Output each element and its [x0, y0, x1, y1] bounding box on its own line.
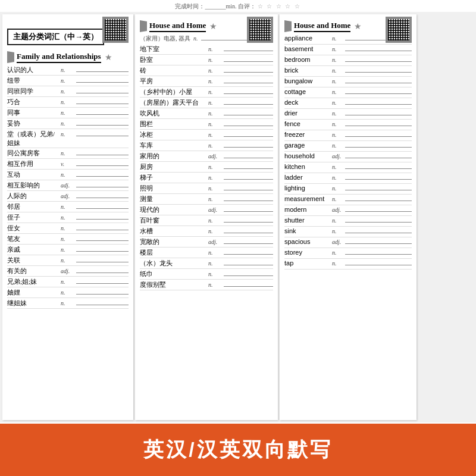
- vocab-answer-line: [224, 126, 273, 126]
- vocab-answer-line: [76, 251, 129, 252]
- vocab-pos: n.: [208, 67, 221, 74]
- list-item: （水）龙头 n.: [140, 259, 273, 269]
- vocab-pos: n.: [208, 271, 221, 277]
- vocab-pos: n.: [61, 171, 74, 178]
- vocab-answer-line: [224, 168, 273, 169]
- list-item: household adj.: [284, 152, 412, 162]
- mid-vocab-list: 地下室 n. 卧室 n. 砖 n. 平房 n. （乡村中的）小屋 n. （房屋的…: [140, 45, 273, 290]
- bottom-banner: 英汉/汉英双向默写: [0, 424, 476, 476]
- list-item: 妥协 n.: [7, 119, 129, 129]
- list-item: 巧合 n.: [7, 98, 129, 108]
- vocab-english: basement: [284, 45, 332, 52]
- vocab-chinese: （房屋的）露天平台: [140, 98, 208, 107]
- list-item: basement n.: [284, 45, 412, 55]
- list-item: 厨房 n.: [140, 162, 273, 173]
- left-section-star: ★: [105, 52, 112, 62]
- vocab-english: spacious: [284, 238, 332, 245]
- vocab-pos: n.: [332, 99, 343, 106]
- vocab-answer-line: [76, 294, 129, 295]
- list-item: 同班同学 n.: [7, 87, 129, 97]
- list-item: 认识的人 n.: [7, 65, 129, 76]
- list-item: cottage n.: [284, 88, 412, 98]
- list-item: 相互作用 v.: [7, 159, 129, 170]
- vocab-pos: n.: [61, 257, 74, 264]
- vocab-pos: n.: [208, 46, 221, 52]
- vocab-answer-line: [345, 72, 412, 73]
- vocab-pos: n.: [332, 142, 343, 149]
- list-item: 车库 n.: [140, 141, 273, 151]
- vocab-english: measurement: [284, 195, 332, 202]
- vocab-answer-line: [224, 179, 273, 180]
- vocab-answer-line: [224, 83, 273, 83]
- list-item: 侄女 n.: [7, 224, 129, 234]
- vocab-answer-line: [76, 71, 129, 72]
- vocab-answer-line: [76, 219, 129, 220]
- vocab-answer-line: [76, 240, 129, 241]
- vocab-english: brick: [284, 67, 332, 74]
- list-item: 地下室 n.: [140, 45, 273, 55]
- vocab-pos: adj.: [208, 239, 221, 245]
- vocab-pos: v.: [61, 161, 74, 167]
- vocab-english: freezer: [284, 131, 332, 138]
- vocab-answer-line: [345, 243, 412, 244]
- vocab-english: fence: [284, 120, 332, 127]
- vocab-answer-line: [224, 243, 273, 244]
- vocab-pos: n.: [332, 121, 343, 127]
- list-item: 围栏 n.: [140, 120, 273, 130]
- vocab-answer-line: [345, 179, 412, 180]
- vocab-answer-line: [224, 136, 273, 137]
- vocab-pos: adj.: [332, 153, 343, 159]
- list-item: freezer n.: [284, 131, 412, 141]
- vocab-answer-line: [76, 114, 129, 115]
- right-section-title: House and Home: [294, 21, 350, 32]
- right-qr-code: [386, 17, 412, 43]
- vocab-chinese: 家用的: [140, 152, 208, 161]
- vocab-pos: n.: [208, 142, 221, 149]
- list-item: 卧室 n.: [140, 55, 273, 65]
- vocab-answer-line: [345, 168, 412, 169]
- vocab-answer-line: [76, 187, 129, 187]
- vocab-answer-line: [345, 147, 412, 148]
- list-item: 亲戚 n.: [7, 245, 129, 255]
- vocab-chinese: 关联: [7, 256, 61, 265]
- list-item: deck n.: [284, 99, 412, 109]
- vocab-answer-line: [76, 104, 129, 104]
- vocab-answer-line: [76, 165, 129, 166]
- vocab-answer-line: [224, 51, 273, 51]
- vocab-pos: adj.: [332, 206, 343, 213]
- vocab-answer-line: [224, 233, 273, 233]
- vocab-answer-line: [345, 201, 412, 201]
- vocab-answer-line: [224, 61, 273, 62]
- list-item: lighting n.: [284, 184, 412, 195]
- mid-section-title: House and Home: [149, 21, 206, 32]
- vocab-pos: adj.: [208, 206, 221, 213]
- vocab-chinese: 水槽: [140, 227, 208, 236]
- vocab-answer-line: [76, 93, 129, 93]
- vocab-chinese: 车库: [140, 141, 208, 150]
- list-item: 水槽 n.: [140, 227, 273, 237]
- vocab-chinese: （水）龙头: [140, 259, 208, 268]
- vocab-pos: n.: [208, 196, 221, 202]
- vocab-pos: n.: [332, 131, 343, 138]
- vocab-english: drier: [284, 109, 332, 117]
- vocab-pos: n.: [208, 131, 221, 138]
- vocab-chinese: 宽敞的: [140, 237, 208, 246]
- vocab-pos: adj.: [208, 153, 221, 159]
- vocab-answer-line: [345, 61, 412, 62]
- vocab-pos: adj.: [61, 182, 74, 189]
- vocab-answer-line: [224, 147, 273, 148]
- list-item: 度假别墅 n.: [140, 280, 273, 290]
- vocab-answer-line: [345, 265, 412, 265]
- list-item: 照明 n.: [140, 184, 273, 194]
- list-item: sink n.: [284, 227, 412, 237]
- vocab-pos: n.: [61, 150, 74, 156]
- vocab-pos: n.: [61, 236, 74, 242]
- vocab-pos: n.: [332, 57, 343, 63]
- vocab-english: storey: [284, 249, 332, 256]
- list-item: 纽带 n.: [7, 76, 129, 86]
- vocab-pos: n.: [332, 228, 343, 234]
- vocab-pos: n.: [208, 99, 221, 106]
- list-item: （房屋的）露天平台 n.: [140, 98, 273, 108]
- vocab-chinese: 围栏: [140, 120, 208, 129]
- list-item: 砖 n.: [140, 66, 273, 76]
